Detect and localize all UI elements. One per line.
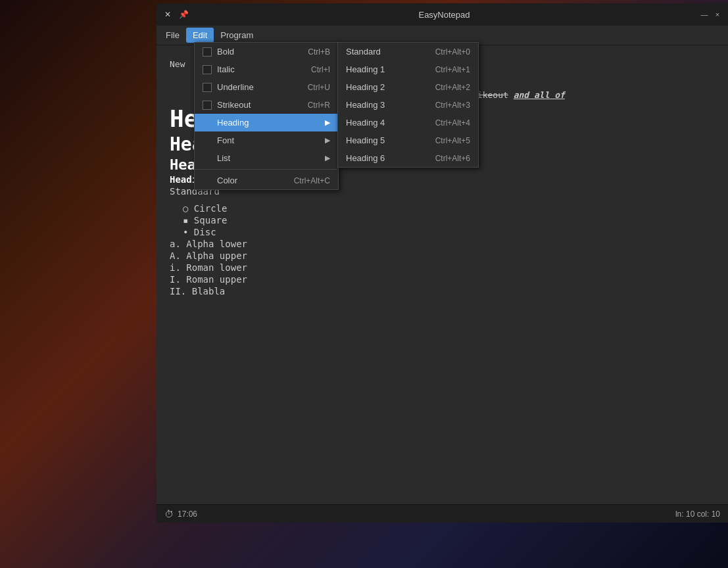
list-item-disc: • Disc	[183, 227, 715, 237]
menu-item-strikeout[interactable]: Strikeout Ctrl+R	[195, 96, 338, 114]
menu-item-italic[interactable]: Italic Ctrl+I	[195, 60, 338, 78]
roman-upper: I. Roman upper	[170, 274, 715, 285]
window-pin-icon[interactable]: 📌	[178, 9, 189, 20]
underline-label: Underline	[217, 82, 303, 92]
submenu-heading5[interactable]: Heading 5 Ctrl+Alt+5	[338, 131, 478, 149]
submenu-heading4[interactable]: Heading 4 Ctrl+Alt+4	[338, 114, 478, 131]
clock-icon: ⏱	[164, 509, 174, 519]
title-bar: ✕ 📌 EasyNotepad — ×	[157, 3, 728, 26]
submenu-standard-label: Standard	[346, 47, 381, 57]
heading-submenu: Standard Ctrl+Alt+0 Heading 1 Ctrl+Alt+1…	[337, 42, 479, 168]
menu-item-color[interactable]: Color Ctrl+Alt+C	[195, 172, 338, 189]
submenu-heading6[interactable]: Heading 6 Ctrl+Alt+6	[338, 149, 478, 167]
strikeout-label: Strikeout	[217, 100, 303, 110]
menu-edit[interactable]: Edit	[186, 28, 214, 43]
list-label: List	[217, 153, 320, 163]
bold-label: Bold	[217, 47, 303, 57]
submenu-standard[interactable]: Standard Ctrl+Alt+0	[338, 43, 478, 60]
font-label: Font	[217, 135, 320, 145]
menu-item-underline[interactable]: Underline Ctrl+U	[195, 78, 338, 96]
italic-label: Italic	[217, 64, 306, 74]
strikeout-shortcut: Ctrl+R	[308, 101, 330, 110]
color-label: Color	[217, 176, 289, 185]
title-bar-left-icons: ✕ 📌	[162, 9, 189, 20]
menu-item-font[interactable]: Font ▶	[195, 131, 338, 149]
italic-checkbox[interactable]	[203, 65, 212, 74]
text-space	[508, 90, 514, 100]
bullet-list: ○ Circle ▪ Square • Disc	[183, 203, 715, 237]
bold-shortcut: Ctrl+B	[308, 47, 330, 57]
menu-item-list[interactable]: List ▶	[195, 149, 338, 167]
status-time-area: ⏱ 17:06	[164, 509, 197, 519]
blabla: II. Blabla	[170, 286, 715, 296]
submenu-heading1-shortcut: Ctrl+Alt+1	[435, 65, 470, 74]
submenu-heading2-shortcut: Ctrl+Alt+2	[435, 83, 470, 92]
submenu-heading3-label: Heading 3	[346, 100, 385, 110]
menu-item-bold[interactable]: Bold Ctrl+B	[195, 43, 338, 60]
submenu-heading3[interactable]: Heading 3 Ctrl+Alt+3	[338, 96, 478, 114]
list-item-square: ▪ Square	[183, 215, 715, 225]
menu-item-heading[interactable]: Heading ▶	[195, 114, 338, 131]
status-bar: ⏱ 17:06 ln: 10 col: 10	[157, 504, 728, 523]
alpha-lower: a. Alpha lower	[170, 239, 715, 249]
roman-lower: i. Roman lower	[170, 262, 715, 273]
text-new: New	[170, 59, 185, 69]
submenu-heading5-label: Heading 5	[346, 135, 385, 145]
status-time: 17:06	[178, 509, 197, 519]
submenu-heading3-shortcut: Ctrl+Alt+3	[435, 101, 470, 110]
submenu-heading1[interactable]: Heading 1 Ctrl+Alt+1	[338, 60, 478, 78]
heading-label: Heading	[217, 118, 320, 128]
submenu-heading2[interactable]: Heading 2 Ctrl+Alt+2	[338, 78, 478, 96]
text-and-all-of: and all of	[514, 90, 565, 100]
app-title: EasyNotepad	[189, 10, 699, 20]
submenu-heading4-label: Heading 4	[346, 118, 385, 128]
list-item-circle: ○ Circle	[183, 203, 715, 214]
edit-dropdown-menu: Bold Ctrl+B Italic Ctrl+I Underline Ctrl…	[194, 42, 339, 190]
submenu-heading1-label: Heading 1	[346, 64, 385, 74]
font-arrow-icon: ▶	[325, 136, 330, 145]
color-shortcut: Ctrl+Alt+C	[294, 176, 330, 185]
window-close-icon[interactable]: ✕	[162, 9, 174, 20]
underline-shortcut: Ctrl+U	[308, 83, 330, 92]
menu-program[interactable]: Program	[214, 28, 260, 43]
strikeout-checkbox[interactable]	[203, 101, 212, 110]
minimize-button[interactable]: —	[699, 9, 710, 20]
status-position: ln: 10 col: 10	[675, 509, 720, 519]
title-bar-controls: — ×	[699, 9, 723, 20]
submenu-heading6-label: Heading 6	[346, 153, 385, 163]
maximize-button[interactable]: ×	[712, 9, 723, 20]
alpha-upper: A. Alpha upper	[170, 250, 715, 261]
submenu-heading4-shortcut: Ctrl+Alt+4	[435, 118, 470, 128]
menu-file[interactable]: File	[159, 28, 186, 43]
italic-shortcut: Ctrl+I	[311, 65, 330, 74]
submenu-heading5-shortcut: Ctrl+Alt+5	[435, 136, 470, 145]
heading-arrow-icon: ▶	[325, 118, 330, 127]
submenu-heading2-label: Heading 2	[346, 82, 385, 92]
underline-checkbox[interactable]	[203, 83, 212, 92]
dropdown-separator	[195, 169, 338, 170]
list-arrow-icon: ▶	[325, 154, 330, 162]
submenu-heading6-shortcut: Ctrl+Alt+6	[435, 154, 470, 163]
submenu-standard-shortcut: Ctrl+Alt+0	[435, 47, 470, 57]
bold-checkbox[interactable]	[203, 47, 212, 57]
